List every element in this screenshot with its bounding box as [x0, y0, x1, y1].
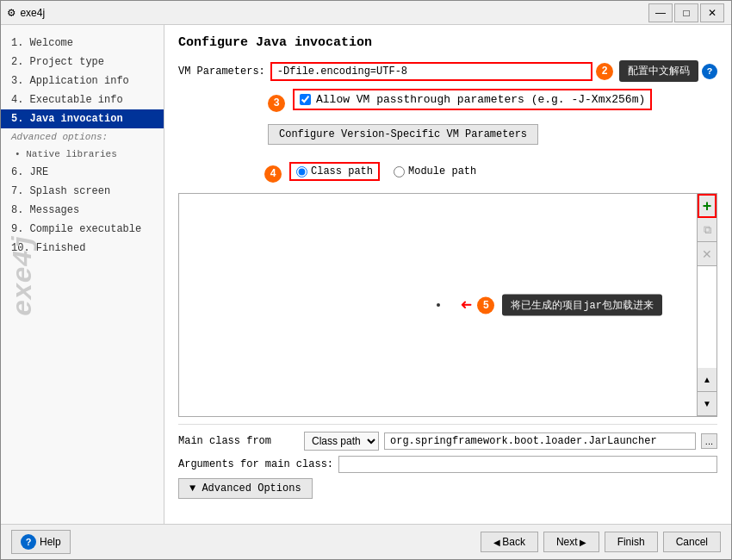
module-path-radio-text: Module path	[408, 165, 476, 177]
args-label: Arguments for main class:	[178, 458, 333, 470]
vm-params-row: VM Parameters: 2 配置中文解码 ?	[178, 60, 717, 82]
annotation-2: 2	[596, 63, 613, 80]
checkbox-row: 3 Allow VM passthrough parameters (e.g. …	[268, 89, 717, 117]
close-button[interactable]: ✕	[700, 3, 724, 22]
vm-help-icon[interactable]: ?	[702, 64, 717, 79]
sidebar-item-native-libraries[interactable]: • Native libraries	[1, 146, 164, 163]
next-label: Next	[556, 536, 578, 548]
annotation-5-wrapper: ➜ 5 将已生成的项目jar包加载进来	[461, 294, 662, 317]
finish-label: Finish	[617, 536, 645, 548]
main-class-input[interactable]	[384, 432, 696, 450]
annotation-5-text: 将已生成的项目jar包加载进来	[511, 298, 654, 313]
back-label: Back	[502, 536, 525, 548]
help-label: Help	[40, 536, 61, 548]
args-input[interactable]	[338, 456, 717, 473]
args-row: Arguments for main class:	[178, 456, 717, 473]
classpath-side-buttons: + ⧉ ✕ ▲ ▼	[698, 193, 717, 417]
main-class-label: Main class from	[178, 435, 299, 447]
module-path-radio-label[interactable]: Module path	[394, 165, 476, 177]
annotation-4: 4	[264, 165, 282, 183]
back-arrow-icon: ◀	[493, 538, 500, 547]
next-button[interactable]: Next ▶	[543, 532, 599, 552]
class-path-radio-text: Class path	[311, 165, 373, 177]
sidebar-item-application-info[interactable]: 3. Application info	[1, 72, 164, 90]
main-class-browse-button[interactable]: ...	[701, 433, 717, 449]
passthrough-checkbox-label[interactable]: Allow VM passthrough parameters (e.g. -J…	[293, 89, 652, 110]
configure-btn-row: Configure Version-Specific VM Parameters	[268, 124, 717, 153]
footer-right: ◀ Back Next ▶ Finish Cancel	[481, 532, 721, 552]
help-icon: ?	[21, 534, 36, 550]
back-button[interactable]: ◀ Back	[481, 532, 538, 552]
annotation-5-arrow: ➜	[461, 294, 472, 317]
add-classpath-button[interactable]: +	[698, 194, 716, 218]
app-icon: ⚙	[8, 5, 15, 20]
sidebar-item-messages[interactable]: 8. Messages	[1, 201, 164, 220]
help-button[interactable]: ? Help	[11, 530, 71, 554]
class-path-radio-label[interactable]: Class path	[289, 162, 380, 181]
vm-annotation-text: 配置中文解码	[628, 64, 690, 78]
vm-params-input[interactable]	[270, 62, 592, 81]
spacer	[698, 266, 716, 368]
passthrough-checkbox[interactable]	[300, 94, 311, 105]
main-class-select[interactable]: Class path	[304, 432, 379, 451]
main-window: ⚙ exe4j — □ ✕ 1. Welcome2. Project type3…	[0, 0, 732, 560]
title-bar: ⚙ exe4j — □ ✕	[1, 1, 731, 25]
scroll-up-button[interactable]: ▲	[698, 368, 716, 392]
configure-version-button[interactable]: Configure Version-Specific VM Parameters	[268, 124, 538, 145]
passthrough-checkbox-text: Allow VM passthrough parameters (e.g. -J…	[316, 93, 645, 106]
next-arrow-icon: ▶	[580, 538, 586, 547]
footer: ? Help ◀ Back Next ▶ Finish Cancel	[1, 524, 731, 559]
bottom-form: Main class from Class path ... Arguments…	[178, 424, 717, 499]
main-class-row: Main class from Class path ...	[178, 432, 717, 451]
class-path-radio[interactable]	[296, 166, 307, 177]
classpath-area[interactable]: ➜ 5 将已生成的项目jar包加载进来	[178, 193, 698, 417]
annotation-5-num: 5	[477, 296, 494, 314]
vm-input-wrapper: 2 配置中文解码 ?	[270, 60, 717, 82]
sidebar-item-advanced-header[interactable]: Advanced options:	[1, 128, 164, 146]
vm-params-label: VM Parameters:	[178, 65, 265, 78]
module-path-radio[interactable]	[394, 166, 405, 177]
classpath-area-wrapper: ➜ 5 将已生成的项目jar包加载进来 + ⧉ ✕ ▲ ▼	[178, 193, 717, 417]
minimize-button[interactable]: —	[648, 3, 673, 22]
sidebar-item-welcome[interactable]: 1. Welcome	[1, 34, 164, 53]
maximize-button[interactable]: □	[674, 3, 698, 22]
delete-classpath-button[interactable]: ✕	[698, 242, 716, 266]
cancel-button[interactable]: Cancel	[663, 532, 721, 552]
scroll-down-button[interactable]: ▼	[698, 392, 716, 416]
sidebar-items: 1. Welcome2. Project type3. Application …	[1, 34, 164, 258]
content-title: Configure Java invocation	[178, 35, 717, 50]
content-area: Configure Java invocation VM Parameters:…	[164, 25, 731, 524]
sidebar-item-compile-executable[interactable]: 9. Compile executable	[1, 220, 164, 239]
sidebar-item-java-invocation[interactable]: 5. Java invocation	[1, 109, 164, 128]
cancel-label: Cancel	[676, 536, 708, 548]
title-bar-left: ⚙ exe4j	[8, 5, 45, 20]
advanced-row: ▼ Advanced Options	[178, 478, 717, 499]
sidebar-item-executable-info[interactable]: 4. Executable info	[1, 90, 164, 109]
copy-classpath-button[interactable]: ⧉	[698, 218, 716, 242]
vm-annotation-bubble: 配置中文解码	[619, 60, 698, 82]
radio-group: Class path Module path	[289, 162, 476, 181]
sidebar-item-splash-screen[interactable]: 7. Splash screen	[1, 182, 164, 201]
sidebar-item-project-type[interactable]: 2. Project type	[1, 53, 164, 72]
title-bar-controls: — □ ✕	[648, 3, 724, 22]
footer-left: ? Help	[11, 530, 71, 554]
sidebar-item-jre[interactable]: 6. JRE	[1, 163, 164, 182]
finish-button[interactable]: Finish	[605, 532, 658, 552]
annotation-5-bubble: 将已生成的项目jar包加载进来	[502, 295, 662, 316]
sidebar: 1. Welcome2. Project type3. Application …	[1, 25, 164, 524]
main-area: 1. Welcome2. Project type3. Application …	[1, 25, 731, 524]
advanced-options-button[interactable]: ▼ Advanced Options	[178, 478, 313, 499]
title-bar-title: exe4j	[20, 7, 45, 19]
annotation-3: 3	[268, 95, 285, 112]
sidebar-item-finished[interactable]: 10. Finished	[1, 239, 164, 258]
classpath-dot	[437, 303, 440, 307]
path-selection-row: 4 Class path Module path	[264, 162, 717, 186]
